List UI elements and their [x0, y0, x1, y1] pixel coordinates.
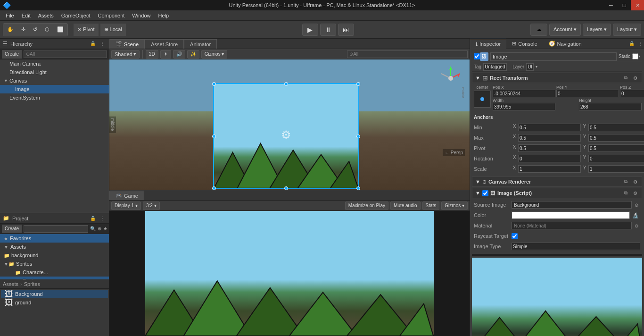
background-file[interactable]: 🖼 Background: [1, 290, 108, 298]
project-menu-btn[interactable]: ⋮: [99, 215, 106, 222]
menubar-item-file[interactable]: File: [2, 12, 18, 19]
width-input[interactable]: [493, 103, 555, 110]
hierarchy-search-input[interactable]: [24, 50, 107, 58]
hierarchy-menu-btn[interactable]: ⋮: [99, 40, 106, 48]
static-checkbox[interactable]: [632, 53, 638, 59]
stats-btn[interactable]: Stats: [422, 202, 440, 210]
handle-ml[interactable]: [212, 134, 216, 138]
effects-btn[interactable]: ✨: [187, 50, 199, 59]
handle-br[interactable]: [356, 186, 360, 190]
pause-button[interactable]: ⏸: [320, 24, 336, 36]
chars-folder[interactable]: 📁 Characte...: [0, 268, 109, 277]
pivot-y-input[interactable]: [588, 144, 644, 152]
cr-copy-btn[interactable]: ⧉: [622, 178, 629, 185]
hierarchy-item-main-camera[interactable]: Main Camera: [0, 59, 109, 68]
scene-gizmo-widget[interactable]: [437, 64, 465, 92]
minimize-button[interactable]: ─: [604, 0, 618, 10]
rot-y-input[interactable]: [588, 155, 644, 162]
rt-menu-btn[interactable]: ⚙: [631, 74, 639, 82]
2d-toggle[interactable]: 2D: [146, 50, 158, 59]
image-script-section[interactable]: ▼ 🖼 Image (Script) ⧉ ⚙: [472, 188, 642, 198]
breadcrumb-assets[interactable]: Assets: [3, 281, 18, 287]
anchor-preset-btn[interactable]: [474, 91, 491, 108]
canvas-renderer-section[interactable]: ▼ ⊙ Canvas Renderer ⧉ ⚙: [472, 176, 642, 187]
ground-file[interactable]: 🖼 ground: [1, 298, 108, 307]
star-btn[interactable]: ★: [103, 225, 107, 233]
move-tool[interactable]: ✛: [17, 24, 29, 36]
inspector-lock-btn[interactable]: 🔒: [628, 40, 636, 48]
handle-bl[interactable]: [212, 186, 216, 190]
tab-game[interactable]: 🎮 Game: [109, 191, 144, 200]
lighting-btn[interactable]: ☀: [160, 50, 171, 59]
material-picker-btn[interactable]: ⊙: [633, 222, 640, 229]
hand-tool[interactable]: ✋: [3, 24, 17, 36]
local-button[interactable]: ⊕ Local: [100, 24, 126, 36]
handle-tr[interactable]: [356, 82, 360, 86]
background-folder[interactable]: 📁 background: [0, 251, 109, 260]
sprites-folder[interactable]: ▼📁 Sprites: [0, 260, 109, 268]
favorites-folder[interactable]: ★ Favorites: [0, 234, 109, 243]
breadcrumb-sprites[interactable]: Sprites: [24, 281, 40, 287]
hierarchy-item-canvas[interactable]: ▼ Canvas: [0, 76, 109, 85]
aspect-dropdown[interactable]: 3:2 ▾: [143, 202, 160, 210]
assets-folder[interactable]: ▼ Assets: [0, 243, 109, 251]
resize-gripper[interactable]: [472, 254, 642, 256]
scene-search-input[interactable]: [347, 50, 468, 58]
cr-menu-btn[interactable]: ⚙: [631, 178, 639, 185]
mute-audio-btn[interactable]: Mute audio: [390, 202, 420, 210]
layout-button[interactable]: Layout ▾: [613, 24, 641, 36]
rect-transform-section[interactable]: ▼ ⊞ Rect Transform ⧉ ⚙: [472, 73, 642, 83]
pos-y-input[interactable]: [556, 90, 619, 97]
hierarchy-item-image[interactable]: Image: [0, 85, 109, 93]
menubar-item-edit[interactable]: Edit: [18, 12, 34, 19]
max-x-input[interactable]: [518, 134, 581, 142]
tab-inspector[interactable]: ℹ Inspector: [470, 39, 506, 49]
project-search-input[interactable]: [24, 225, 88, 233]
hierarchy-create-btn[interactable]: Create: [2, 50, 22, 59]
layer-select[interactable]: UI: [526, 63, 534, 71]
project-create-btn[interactable]: Create: [2, 225, 22, 233]
display-dropdown[interactable]: Display 1 ▾: [111, 202, 141, 210]
image-script-enabled-checkbox[interactable]: [482, 190, 488, 196]
maximize-button[interactable]: □: [618, 0, 631, 10]
handle-tl[interactable]: [212, 82, 216, 86]
object-active-checkbox[interactable]: [474, 53, 480, 59]
scale-y-input[interactable]: [588, 165, 644, 173]
is-menu-btn[interactable]: ⚙: [631, 189, 639, 197]
menubar-item-window[interactable]: Window: [128, 12, 154, 19]
account-button[interactable]: Account ▾: [549, 24, 581, 36]
close-button[interactable]: ✕: [631, 0, 644, 10]
scene-image-rect[interactable]: ⚙: [213, 83, 359, 189]
max-y-input[interactable]: [588, 134, 644, 142]
rotate-tool[interactable]: ↺: [29, 24, 41, 36]
handle-mr[interactable]: [356, 134, 360, 138]
color-picker[interactable]: [512, 211, 630, 219]
tag-select[interactable]: Untagged: [483, 63, 507, 71]
rt-copy-btn[interactable]: ⧉: [622, 74, 629, 82]
scale-x-input[interactable]: [518, 165, 581, 173]
handle-bm[interactable]: [284, 186, 288, 190]
menubar-item-help[interactable]: Help: [154, 12, 173, 19]
maximize-on-play-btn[interactable]: Maximize on Play: [345, 202, 388, 210]
pos-z-input[interactable]: [620, 90, 644, 97]
hierarchy-item-directional-light[interactable]: Directional Light: [0, 68, 109, 76]
hierarchy-lock-btn[interactable]: 🔒: [89, 40, 97, 48]
rect-tool[interactable]: ⬜: [53, 24, 67, 36]
play-button[interactable]: ▶: [302, 24, 318, 36]
height-input[interactable]: [579, 103, 642, 110]
menubar-item-component[interactable]: Component: [94, 12, 128, 19]
project-lock-btn[interactable]: 🔒: [89, 215, 97, 222]
tab-scene[interactable]: 🎬 Scene: [109, 39, 145, 49]
min-x-input[interactable]: [518, 124, 581, 131]
tab-console[interactable]: ⊞ Console: [506, 39, 543, 49]
pivot-button[interactable]: ⊙ Pivot: [74, 24, 99, 36]
pos-x-input[interactable]: [493, 90, 555, 97]
pivot-x-input[interactable]: [518, 144, 581, 152]
hierarchy-item-eventsystem[interactable]: EventSystem: [0, 93, 109, 102]
menubar-item-gameobject[interactable]: GameObject: [58, 12, 94, 19]
object-name-input[interactable]: [490, 52, 617, 61]
source-picker-btn[interactable]: ⊙: [633, 201, 640, 209]
menubar-item-assets[interactable]: Assets: [34, 12, 58, 19]
audio-btn[interactable]: 🔊: [173, 50, 185, 59]
tab-navigation[interactable]: 🧭 Navigation: [543, 39, 587, 49]
